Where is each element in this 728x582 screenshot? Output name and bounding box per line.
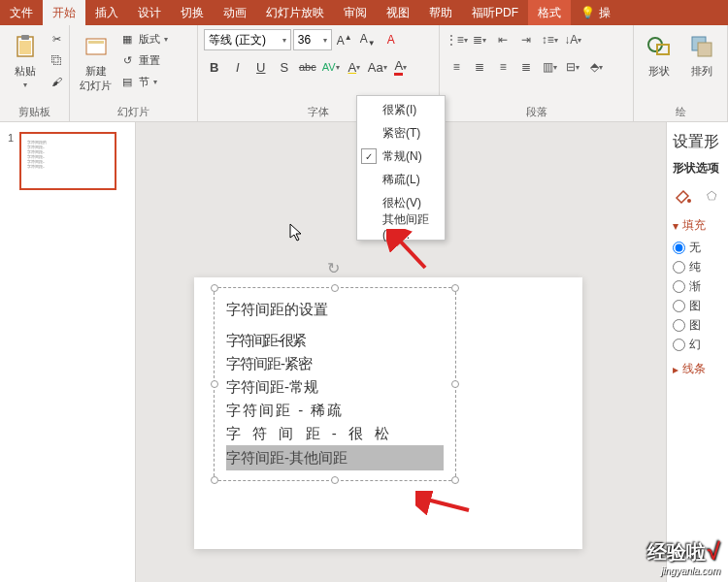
bullets-button[interactable]: ⋮≡▾ bbox=[446, 29, 467, 50]
paste-icon bbox=[10, 31, 41, 62]
underline-button[interactable]: U bbox=[250, 56, 272, 78]
tab-bar: 文件 开始 插入 设计 切换 动画 幻灯片放映 审阅 视图 帮助 福听PDF 格… bbox=[0, 0, 728, 25]
indent-icon: ⇥ bbox=[521, 33, 531, 47]
italic-button[interactable]: I bbox=[227, 56, 248, 78]
change-case-icon: Aa bbox=[368, 60, 383, 75]
section-button[interactable]: ▤节▾ bbox=[119, 72, 168, 91]
line-spacing-button[interactable]: ↕≡▾ bbox=[539, 29, 560, 50]
fill-none-radio[interactable]: 无 bbox=[673, 240, 722, 256]
resize-handle[interactable] bbox=[331, 284, 339, 292]
resize-handle[interactable] bbox=[331, 476, 339, 484]
change-case-button[interactable]: Aa▾ bbox=[367, 56, 388, 78]
tab-insert[interactable]: 插入 bbox=[85, 0, 128, 25]
tab-transitions[interactable]: 切换 bbox=[171, 0, 214, 25]
slide-thumbnail-1[interactable]: 字符间距的字符间距-字符间距-字符间距-字符间距-字符间距- bbox=[19, 132, 116, 190]
pane-subtitle: 形状选项 bbox=[673, 160, 722, 177]
effects-icon[interactable]: ⬠ bbox=[702, 184, 723, 208]
spacing-very-tight[interactable]: 很紧(I) bbox=[357, 98, 445, 121]
align-left-button[interactable]: ≡ bbox=[446, 56, 467, 78]
align-right-button[interactable]: ≡ bbox=[492, 56, 513, 78]
group-clipboard-title: 剪贴板 bbox=[6, 103, 63, 119]
font-name-combo[interactable]: 等线 (正文)▾ bbox=[204, 29, 291, 50]
tab-home[interactable]: 开始 bbox=[43, 0, 85, 25]
numbering-button[interactable]: ≣▾ bbox=[469, 29, 490, 50]
cut-button[interactable]: ✂ bbox=[49, 29, 64, 48]
shapes-button[interactable]: 形状 bbox=[640, 29, 678, 81]
tab-foxit[interactable]: 福听PDF bbox=[462, 0, 528, 25]
tab-help[interactable]: 帮助 bbox=[419, 0, 462, 25]
layout-button[interactable]: ▦版式▾ bbox=[119, 29, 168, 48]
tab-slideshow[interactable]: 幻灯片放映 bbox=[256, 0, 334, 25]
fill-picture-radio[interactable]: 图 bbox=[673, 298, 722, 314]
tab-format[interactable]: 格式 bbox=[528, 0, 571, 25]
thumbnail-pane: 1 字符间距的字符间距-字符间距-字符间距-字符间距-字符间距- bbox=[0, 122, 136, 582]
paste-button[interactable]: 粘贴 ▾ bbox=[6, 29, 45, 91]
reset-button[interactable]: ↺重置 bbox=[119, 50, 168, 70]
resize-handle[interactable] bbox=[451, 284, 459, 292]
decrease-font-button[interactable]: A▼ bbox=[357, 29, 379, 50]
line-section-header[interactable]: ▸线条 bbox=[673, 361, 722, 377]
group-slides: 新建 幻灯片 ▦版式▾ ↺重置 ▤节▾ 幻灯片 bbox=[70, 25, 198, 121]
text-direction-button[interactable]: ↓A▾ bbox=[562, 29, 583, 50]
font-color-button[interactable]: A▾ bbox=[390, 56, 412, 78]
bold-button[interactable]: B bbox=[204, 56, 225, 78]
slide-number: 1 bbox=[8, 132, 14, 190]
resize-handle[interactable] bbox=[211, 380, 218, 388]
resize-handle[interactable] bbox=[451, 380, 459, 388]
svg-rect-4 bbox=[88, 41, 104, 44]
fill-slidebg-radio[interactable]: 幻 bbox=[673, 337, 722, 353]
fill-solid-radio[interactable]: 纯 bbox=[673, 259, 722, 275]
tab-animations[interactable]: 动画 bbox=[214, 0, 256, 25]
tab-file[interactable]: 文件 bbox=[0, 0, 43, 25]
highlight-button[interactable]: A▾ bbox=[344, 56, 365, 78]
tell-me[interactable]: 💡 操 bbox=[571, 0, 620, 25]
outdent-icon: ⇤ bbox=[498, 33, 508, 47]
tab-design[interactable]: 设计 bbox=[128, 0, 171, 25]
tab-view[interactable]: 视图 bbox=[377, 0, 419, 25]
clear-format-icon: A bbox=[387, 33, 395, 47]
rotate-handle-icon[interactable]: ↻ bbox=[327, 259, 343, 275]
increase-indent-button[interactable]: ⇥ bbox=[515, 29, 537, 50]
line-spacing-icon: ↕≡ bbox=[542, 33, 554, 47]
slide-canvas[interactable]: ↻ 字符间距的设置 字符间距-很紧 字符间距-紧密 字符间距-常规 字符间距 -… bbox=[194, 277, 582, 549]
arrange-icon bbox=[686, 31, 717, 62]
smartart-button[interactable]: ⬘▾ bbox=[585, 56, 607, 78]
resize-handle[interactable] bbox=[211, 284, 218, 292]
spacing-loose[interactable]: 稀疏(L) bbox=[357, 168, 445, 191]
align-text-button[interactable]: ⊟▾ bbox=[562, 56, 583, 78]
fill-pattern-radio[interactable]: 图 bbox=[673, 317, 722, 334]
shadow-button[interactable]: S bbox=[274, 56, 295, 78]
decrease-indent-button[interactable]: ⇤ bbox=[492, 29, 513, 50]
copy-button[interactable]: ⿻ bbox=[49, 50, 64, 70]
strikethrough-button[interactable]: abc bbox=[297, 56, 318, 78]
spacing-tight[interactable]: 紧密(T) bbox=[357, 121, 445, 145]
shapes-icon bbox=[644, 31, 675, 62]
group-paragraph-title: 段落 bbox=[446, 103, 627, 119]
svg-rect-2 bbox=[19, 41, 31, 54]
arrange-button[interactable]: 排列 bbox=[682, 29, 721, 81]
text-direction-icon: ↓A bbox=[564, 33, 578, 47]
spacing-more[interactable]: 其他间距(M)... bbox=[357, 214, 445, 238]
resize-handle[interactable] bbox=[451, 476, 459, 484]
text-content[interactable]: 字符间距的设置 字符间距-很紧 字符间距-紧密 字符间距-常规 字符间距 - 稀… bbox=[215, 288, 455, 480]
new-slide-button[interactable]: 新建 幻灯片 bbox=[76, 29, 116, 95]
text-box[interactable]: ↻ 字符间距的设置 字符间距-很紧 字符间距-紧密 字符间距-常规 字符间距 -… bbox=[214, 287, 456, 481]
align-center-button[interactable]: ≣ bbox=[469, 56, 490, 78]
align-right-icon: ≡ bbox=[500, 60, 507, 74]
char-spacing-button[interactable]: AV▾ bbox=[320, 56, 342, 78]
font-size-combo[interactable]: 36▾ bbox=[293, 29, 332, 50]
justify-button[interactable]: ≣ bbox=[515, 56, 537, 78]
format-painter-button[interactable]: 🖌 bbox=[49, 72, 64, 91]
clear-format-button[interactable]: A bbox=[381, 29, 402, 50]
check-icon: ✓ bbox=[361, 148, 377, 164]
resize-handle[interactable] bbox=[211, 476, 218, 484]
tab-review[interactable]: 审阅 bbox=[334, 0, 377, 25]
reset-icon: ↺ bbox=[119, 52, 135, 68]
fill-gradient-radio[interactable]: 渐 bbox=[673, 278, 722, 295]
fill-section-header[interactable]: ▾填充 bbox=[673, 217, 722, 234]
paint-bucket-icon[interactable] bbox=[673, 184, 694, 208]
columns-button[interactable]: ▥▾ bbox=[539, 56, 560, 78]
spacing-normal[interactable]: ✓常规(N) bbox=[357, 145, 445, 168]
increase-font-button[interactable]: A▲ bbox=[334, 29, 355, 50]
smartart-icon: ⬘ bbox=[590, 60, 599, 74]
